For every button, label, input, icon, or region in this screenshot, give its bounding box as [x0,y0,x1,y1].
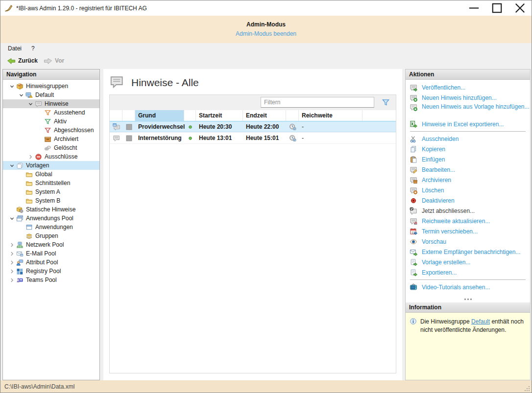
window-controls [462,0,532,16]
action-vorschau[interactable]: Vorschau [406,236,530,247]
filter-input[interactable] [261,97,374,108]
maximize-button[interactable] [485,0,508,16]
resize-grip[interactable] [524,385,530,391]
nav-item-ausschlüsse[interactable]: Ausschlüsse [3,152,99,161]
admin-mode-exit-link[interactable]: Admin-Modus beenden [236,30,296,37]
chevron-none-icon [36,109,44,116]
column-header[interactable] [122,110,135,121]
column-header-endzeit[interactable]: Endzeit [243,110,286,121]
chevron-down-icon[interactable] [8,83,16,90]
note-type-icon [110,133,122,143]
nav-item-anwendungen[interactable]: Anwendungen [3,223,99,231]
chevron-right-icon[interactable] [8,268,16,275]
action-video-tutorials-ansehen[interactable]: Video-Tutorials ansehen... [406,282,530,292]
template-icon [410,258,417,266]
nav-item-gelöscht[interactable]: Gelöscht [3,143,99,152]
action-bearbeiten[interactable]: Bearbeiten... [406,164,530,175]
action-archivieren[interactable]: Archivieren [406,175,530,185]
edit-icon [410,166,417,174]
chevron-right-icon[interactable] [8,259,16,266]
menu-help[interactable]: ? [26,43,40,54]
nav-item-vorlagen[interactable]: Vorlagen [3,161,99,170]
funnel-orange-icon [44,109,51,116]
action-exportieren[interactable]: Exportieren... [406,267,530,277]
funnel-green-icon [44,118,51,125]
nav-item-anwendungs-pool[interactable]: Anwendungs Pool [3,214,99,223]
action-termin-verschieben[interactable]: 17 Termin verschieben... [406,226,530,236]
forward-button[interactable]: Vor [41,56,67,66]
nav-item-teams-pool[interactable]: Teams Pool [3,276,99,284]
menu-datei[interactable]: Datei [3,43,26,54]
nav-item-abgeschlossen[interactable]: Abgeschlossen [3,126,99,135]
minimize-button[interactable] [462,0,485,16]
nav-item-statische-hinweise[interactable]: Statische Hinweise [3,205,99,214]
back-button-label: Zurück [18,57,38,64]
chevron-right-icon[interactable] [8,277,16,283]
nav-item-system-a[interactable]: System A [3,187,99,196]
copy-icon [410,145,417,153]
chevron-none-icon [17,180,25,186]
column-header[interactable] [184,110,196,121]
table-row[interactable]: Providerwechsel Heute 20:30 Heute 22:00 … [110,121,396,133]
column-header-startzeit[interactable]: Startzeit [196,110,243,121]
page-title: Hinweise - Alle [131,77,199,89]
action-externe-empfänger-benachrichtigen[interactable]: Externe Empfänger benachrichtigen... [406,247,530,257]
chevron-right-icon[interactable] [8,241,16,248]
chevron-down-icon[interactable] [8,162,16,169]
column-header-reichweite[interactable]: Reichweite [299,110,363,121]
nav-item-netzwerk-pool[interactable]: Netzwerk Pool [3,240,99,249]
nav-item-aktiv[interactable]: Aktiv [3,117,99,126]
status-dot-icon [184,121,196,132]
nav-item-archiviert[interactable]: Archiviert [3,135,99,143]
nav-item-ausstehend[interactable]: Ausstehend [3,108,99,117]
default-group-link[interactable]: Default [471,318,490,325]
nav-item-attribut-pool[interactable]: Attribut Pool [3,258,99,267]
column-header-grund[interactable]: Grund [135,110,184,121]
column-header[interactable] [286,110,299,121]
action-löschen[interactable]: Löschen [406,185,530,195]
app-pool-icon [16,215,24,222]
note-type-icon [110,121,122,132]
action-vorlage-erstellen[interactable]: Vorlage erstellen... [406,257,530,267]
chevron-down-icon[interactable] [17,92,25,98]
nav-item-default[interactable]: Default [3,91,99,99]
nav-item-gruppen[interactable]: Gruppen [3,231,99,240]
nav-item-system-b[interactable]: System B [3,196,99,205]
reach-clock-icon [286,133,299,143]
chevron-right-icon[interactable] [26,153,34,160]
column-header[interactable] [110,110,122,121]
action-veröffentlichen[interactable]: Veröffentlichen... [406,82,530,92]
action-hinweise-in-excel-exportieren[interactable]: Hinweise in Excel exportieren... [406,119,530,129]
action-ausschneiden[interactable]: Ausschneiden [406,134,530,144]
action-neuen-hinweis-aus-vorlage-hinzufügen[interactable]: Neuen Hinweis aus Vorlage hinzufügen... [406,103,530,119]
action-kopieren[interactable]: Kopieren [406,144,530,154]
nav-item-schnittstellen[interactable]: Schnittstellen [3,179,99,187]
nav-item-global[interactable]: Global [3,170,99,179]
back-button[interactable]: Zurück [4,56,41,66]
window-title: *IBI-aws Admin 1.29.0 - registriert für … [16,5,147,12]
cell-filler [363,121,396,132]
nav-item-hinweise[interactable]: Hinweise [3,99,99,108]
statusbar: C:\IBI-aws\Admin\Data.xml [0,380,532,393]
nav-item-registry-pool[interactable]: Registry Pool [3,267,99,276]
close-button[interactable] [508,0,532,16]
action-neuen-hinweis-hinzufügen[interactable]: Neuen Hinweis hinzufügen... [406,92,530,103]
chevron-down-icon[interactable] [26,100,34,107]
filter-funnel-icon[interactable] [382,98,390,107]
network-icon [16,241,24,249]
panel-splitter[interactable] [406,296,530,302]
forward-arrow-icon [44,57,52,65]
nav-item-hinweisgruppen[interactable]: Hinweisgruppen [3,82,99,91]
eye-icon [410,238,417,246]
action-deaktivieren[interactable]: Deaktivieren [406,195,530,206]
table-row[interactable]: Internetstörung Heute 13:01 Heute 15:01 … [110,133,396,144]
cell-grund: Internetstörung [135,133,184,143]
tv-icon [410,283,417,291]
chevron-none-icon [17,232,25,239]
chevron-right-icon[interactable] [8,250,16,257]
action-reichweite-aktualisieren[interactable]: Reichweite aktualisieren... [406,216,530,226]
chevron-down-icon[interactable] [8,215,16,222]
action-einfügen[interactable]: Einfügen [406,154,530,164]
attribute-icon [16,259,24,266]
nav-item-e-mail-pool[interactable]: E-Mail Pool [3,249,99,258]
